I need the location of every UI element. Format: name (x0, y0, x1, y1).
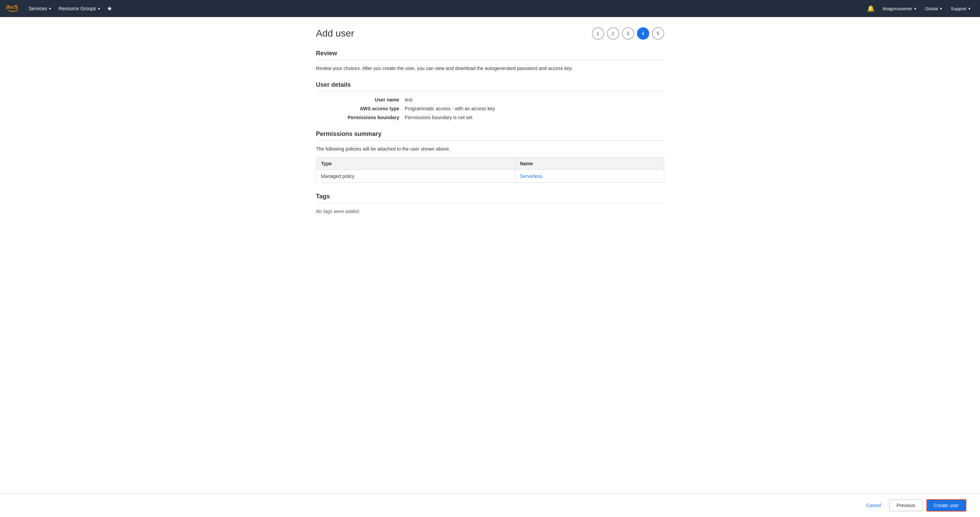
bookmark-icon[interactable]: ★ (104, 5, 115, 12)
resource-groups-menu[interactable]: Resource Groups ▼ (55, 0, 105, 17)
user-details-title: User details (316, 81, 664, 88)
page-title: Add user (316, 28, 354, 39)
permissions-table-header-row: Type Name (316, 157, 664, 170)
page-header: Add user 1 2 3 4 5 (316, 27, 664, 40)
user-name-label: User name (316, 97, 405, 102)
review-divider (316, 60, 664, 60)
region-menu[interactable]: Global ▼ (922, 0, 946, 17)
step-2: 2 (607, 27, 619, 40)
access-type-value: Programmatic access - with an access key (405, 106, 495, 111)
user-details-divider (316, 91, 664, 91)
step-1: 1 (592, 27, 604, 40)
step-4-active: 4 (637, 27, 649, 40)
permissions-summary-section: Permissions summary The following polici… (316, 131, 664, 183)
region-label: Global (925, 6, 938, 11)
aws-logo-icon (5, 4, 18, 13)
table-row: Managed policy Serverless (316, 170, 664, 183)
support-label: Support (951, 6, 967, 11)
permissions-summary-title: Permissions summary (316, 131, 664, 137)
support-chevron-icon: ▼ (968, 7, 971, 11)
steps-indicator: 1 2 3 4 5 (592, 27, 664, 40)
services-chevron-icon: ▼ (48, 7, 52, 11)
services-label: Services (29, 6, 47, 11)
username-label: thiagorossener (883, 6, 912, 11)
permissions-subtitle: The following policies will be attached … (316, 146, 664, 152)
name-column-header: Name (515, 157, 664, 170)
services-menu[interactable]: Services ▼ (25, 0, 55, 17)
main-wrapper: Add user 1 2 3 4 5 Review Review your ch… (0, 17, 980, 517)
policy-name-cell: Serverless (515, 170, 664, 183)
cancel-button[interactable]: Cancel (862, 500, 885, 511)
review-section-title: Review (316, 50, 664, 57)
permissions-boundary-value: Permissions boundary is not set (405, 115, 473, 120)
user-chevron-icon: ▼ (913, 7, 917, 11)
type-column-header: Type (316, 157, 515, 170)
navbar-right: 🔔 thiagorossener ▼ Global ▼ Support ▼ (864, 0, 975, 17)
resource-groups-label: Resource Groups (59, 6, 96, 11)
tags-divider (316, 203, 664, 203)
access-type-row: AWS access type Programmatic access - wi… (316, 106, 664, 111)
user-name-value: test (405, 97, 413, 102)
serverless-policy-link[interactable]: Serverless (520, 174, 542, 179)
review-section: Review Review your choices. After you cr… (316, 50, 664, 71)
aws-logo-container[interactable] (5, 4, 18, 13)
user-details-section: User details User name test AWS access t… (316, 81, 664, 120)
review-subtitle: Review your choices. After you create th… (316, 65, 664, 71)
permissions-boundary-row: Permissions boundary Permissions boundar… (316, 115, 664, 120)
user-name-row: User name test (316, 97, 664, 102)
content-area: Add user 1 2 3 4 5 Review Review your ch… (302, 17, 678, 493)
create-user-button[interactable]: Create user (926, 499, 966, 512)
previous-button[interactable]: Previous (889, 499, 922, 511)
access-type-label: AWS access type (316, 106, 405, 111)
footer-bar: Cancel Previous Create user (0, 493, 980, 517)
support-menu[interactable]: Support ▼ (948, 0, 975, 17)
policy-type-cell: Managed policy (316, 170, 515, 183)
step-5: 5 (652, 27, 664, 40)
user-menu[interactable]: thiagorossener ▼ (879, 0, 920, 17)
tags-section: Tags No tags were added. (316, 193, 664, 214)
region-chevron-icon: ▼ (939, 7, 943, 11)
permissions-divider (316, 140, 664, 141)
user-details-table: User name test AWS access type Programma… (316, 97, 664, 120)
permissions-table: Type Name Managed policy Serverless (316, 157, 664, 183)
tags-title: Tags (316, 193, 664, 200)
navbar: Services ▼ Resource Groups ▼ ★ 🔔 thiagor… (0, 0, 980, 17)
step-3: 3 (622, 27, 634, 40)
tags-empty-message: No tags were added. (316, 209, 664, 214)
resource-groups-chevron-icon: ▼ (97, 7, 101, 11)
notification-bell-icon[interactable]: 🔔 (864, 5, 878, 12)
permissions-boundary-label: Permissions boundary (316, 115, 405, 120)
